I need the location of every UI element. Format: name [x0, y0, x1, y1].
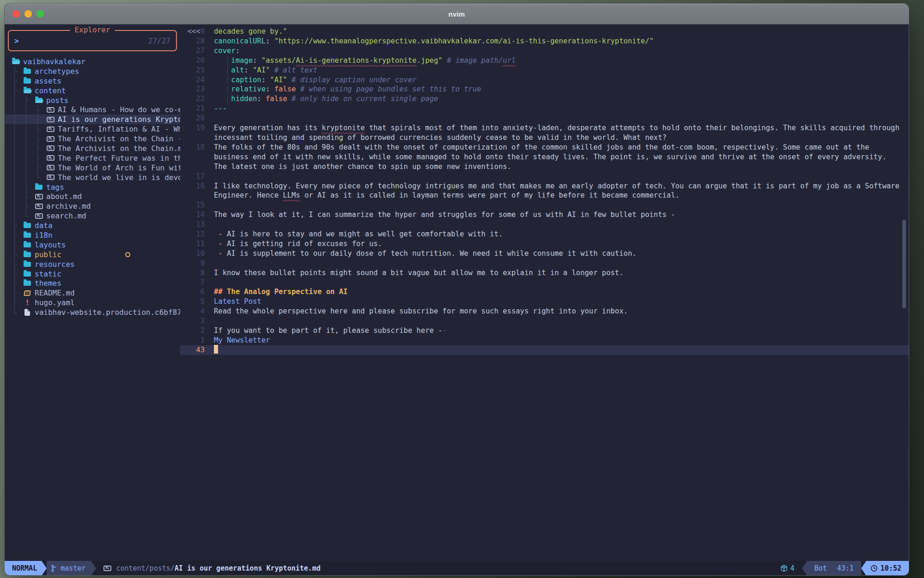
- tree-item[interactable]: The World of Arch is Fun with O: [5, 163, 180, 173]
- tree-item[interactable]: archetypes: [5, 66, 180, 76]
- tree-item[interactable]: README.md: [5, 288, 180, 298]
- line-content: [214, 345, 218, 355]
- line-content: image: "assets/Ai-is-generations-krypton…: [214, 56, 516, 66]
- tree-guide-line: [14, 66, 15, 313]
- tree-item-label: README.md: [35, 289, 75, 297]
- line-number: 4: [180, 307, 207, 316]
- line-content: decades gone by.": [214, 27, 287, 36]
- md-icon: [47, 155, 55, 161]
- file-name: AI is our generations Kryptonite.md: [175, 564, 321, 572]
- tree-item[interactable]: archive.md: [5, 201, 180, 211]
- editor-line[interactable]: 6## The Analog Perspective on AI: [180, 287, 909, 297]
- tree-item[interactable]: The world we live in is devoid: [5, 173, 180, 182]
- line-number: 3: [180, 316, 207, 326]
- line-number: 22: [180, 94, 207, 104]
- line-number: 20: [180, 114, 207, 123]
- editor-line[interactable]: 27cover:: [180, 46, 909, 56]
- md-icon: [35, 204, 43, 209]
- tree-item[interactable]: resources: [5, 259, 180, 269]
- tree-item[interactable]: AI is our generations Kryptonit: [5, 114, 180, 124]
- tree-item-label: AI & Humans - How do we co-exis: [58, 105, 180, 114]
- editor-line[interactable]: 26 image: "assets/Ai-is-generations-kryp…: [180, 56, 909, 66]
- editor-line[interactable]: 18The folks of the 80s and 90s dealt wit…: [180, 143, 909, 172]
- tree-item-label: vaibhav-website.production.c6bf87a5: [35, 308, 180, 317]
- tree-item-label: resources: [35, 260, 75, 269]
- tree-item-label: Tariffs, Inflation & AI - Why t: [58, 125, 180, 133]
- editor-line[interactable]: 10 - AI is supplement to our daily dose …: [180, 249, 909, 259]
- editor-line[interactable]: 8I know these bullet points might sound …: [180, 268, 909, 278]
- editor-line[interactable]: 7: [180, 278, 909, 288]
- folder-icon: [24, 233, 31, 238]
- tree-item[interactable]: layouts: [5, 240, 180, 250]
- explorer-panel-title: Explorer: [70, 25, 115, 34]
- line-number: 10: [180, 249, 207, 259]
- editor-line[interactable]: 19Every generation has its kryptonite th…: [180, 123, 909, 143]
- scrollbar-thumb[interactable]: [902, 220, 906, 308]
- tree-guide-tick: [37, 168, 40, 168]
- file-path: content/posts/: [116, 564, 174, 572]
- md-icon: [47, 126, 55, 132]
- tree-item[interactable]: static: [5, 269, 180, 279]
- editor-line[interactable]: 2If you want to be part of it, please su…: [180, 326, 909, 336]
- editor-line[interactable]: <<<9decades gone by.": [180, 27, 909, 36]
- tree-item-label: The Archivist on the Chain.md: [58, 144, 180, 153]
- line-number: 23: [180, 84, 207, 94]
- nvim-window: nvim Explorer > 27/27 vaibhavkalekararch…: [5, 4, 909, 575]
- tree-guide-tick: [14, 293, 17, 294]
- editor-line[interactable]: 28canonicalURL: "https://www.theanalogpe…: [180, 36, 909, 46]
- editor-line[interactable]: 9: [180, 259, 909, 268]
- editor-line[interactable]: 24 caption: "AI" # display caption under…: [180, 75, 909, 85]
- editor-line[interactable]: 21---: [180, 104, 909, 114]
- tree-item[interactable]: tags: [5, 182, 180, 192]
- minimize-button[interactable]: [24, 10, 32, 18]
- zoom-button[interactable]: [36, 10, 44, 18]
- md-icon: [47, 175, 55, 180]
- editor-line[interactable]: 16I like technology. Every new piece of …: [180, 181, 909, 201]
- titlebar[interactable]: nvim: [5, 4, 909, 24]
- editor-line[interactable]: 3: [180, 316, 909, 326]
- tree-item[interactable]: themes: [5, 278, 180, 288]
- tree-item[interactable]: !hugo.yaml: [5, 298, 180, 307]
- tree-item[interactable]: The Perfect Future was in the P: [5, 153, 180, 163]
- tree-guide-tick: [37, 177, 40, 178]
- git-branch-segment: master: [47, 561, 91, 575]
- tree-guide-tick: [14, 283, 17, 284]
- tree-item[interactable]: i18n: [5, 230, 180, 240]
- tree-item-label: public: [35, 250, 61, 259]
- tree-guide-tick: [14, 274, 17, 274]
- editor-line[interactable]: 23 relative: false # when using page bun…: [180, 84, 909, 94]
- tree-item[interactable]: content: [5, 86, 180, 96]
- close-button[interactable]: [12, 10, 20, 18]
- editor-line[interactable]: 14The way I look at it, I can summarize …: [180, 210, 909, 220]
- editor-line[interactable]: 12 - AI is here to stay and we might as …: [180, 229, 909, 239]
- editor-line[interactable]: 15: [180, 200, 909, 210]
- editor-line[interactable]: 4Read the whole perspective here and ple…: [180, 307, 909, 316]
- editor-line[interactable]: 25 alt: "AI" # alt text: [180, 66, 909, 75]
- tree-item[interactable]: assets: [5, 76, 180, 86]
- tree-item[interactable]: posts: [5, 96, 180, 105]
- editor-line[interactable]: 20: [180, 114, 909, 123]
- clock-icon: [870, 565, 878, 572]
- line-number: 43: [180, 345, 207, 355]
- tree-item-label: themes: [35, 279, 61, 288]
- editor-line[interactable]: 1My Newsletter: [180, 336, 909, 345]
- tree-item[interactable]: data: [5, 221, 180, 230]
- editor-line[interactable]: 43: [180, 345, 909, 355]
- tree-item[interactable]: The Archivist on the Chain.md: [5, 144, 180, 153]
- editor-line[interactable]: 5Latest Post: [180, 297, 909, 307]
- markdown-icon: [103, 566, 111, 571]
- editor-line[interactable]: 13: [180, 220, 909, 229]
- editor-line[interactable]: 11 - AI is getting rid of excuses for us…: [180, 239, 909, 249]
- tree-item[interactable]: vaibhavkalekar: [5, 57, 180, 66]
- editor-line[interactable]: 22 hidden: false # only hide on current …: [180, 94, 909, 104]
- git-modified-badge: [125, 252, 130, 257]
- tree-item[interactable]: AI & Humans - How do we co-exis: [5, 105, 180, 114]
- editor-pane[interactable]: <<<9decades gone by."28canonicalURL: "ht…: [180, 24, 909, 561]
- tree-item[interactable]: about.md: [5, 192, 180, 201]
- tree-item[interactable]: vaibhav-website.production.c6bf87a5: [5, 307, 180, 317]
- editor-line[interactable]: 17: [180, 172, 909, 181]
- tree-item[interactable]: Tariffs, Inflation & AI - Why t: [5, 124, 180, 134]
- tree-item[interactable]: The Archivist on the Chain - Ep: [5, 134, 180, 144]
- tree-item[interactable]: public: [5, 250, 180, 259]
- tree-item[interactable]: search.md: [5, 211, 180, 221]
